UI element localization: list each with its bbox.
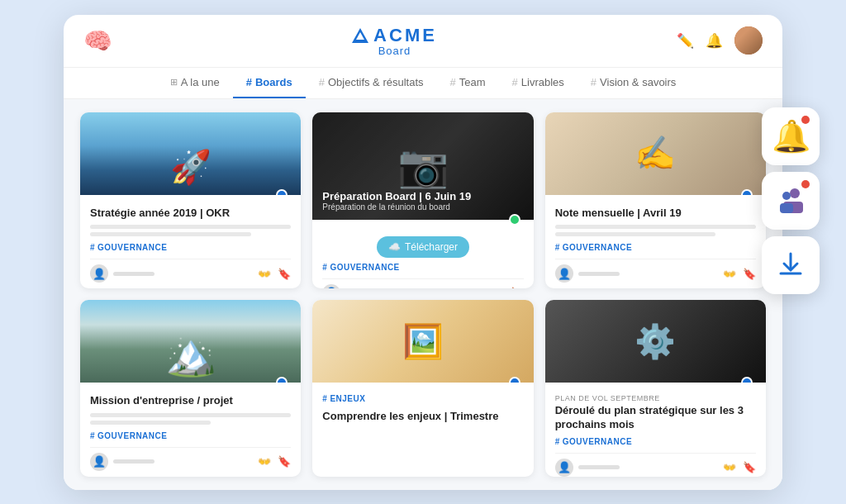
person-icon-4: 👤 <box>93 455 106 468</box>
hash-icon-vision: # <box>591 76 596 88</box>
main-nav: ⊞ A la une # Boards # Objectifs & résult… <box>64 68 782 99</box>
card-footer-actions-2: 👐 🔖 <box>491 287 524 288</box>
user-avatar[interactable] <box>734 26 763 55</box>
like-icon-4[interactable]: 👐 <box>258 455 271 468</box>
sidebar-teams-button[interactable] <box>762 172 820 230</box>
card-tag-gouvernance-4: # GOUVERNANCE <box>90 431 291 440</box>
card-footer-left-6: 👤 <box>555 459 620 477</box>
card-footer-3: 👤 👐 🔖 <box>555 259 756 283</box>
nav-item-a-la-une[interactable]: ⊞ A la une <box>157 68 233 98</box>
nav-label-vision: Vision & savoirs <box>600 76 676 88</box>
plan-de-vol-tag: PLAN DE VOL SEPTEMBRE <box>555 394 756 402</box>
card-footer-6: 👤 👐 🔖 <box>555 453 756 477</box>
card-image-writing <box>545 112 766 195</box>
card-text-lines <box>90 225 291 236</box>
card-status-dot-3 <box>741 189 753 195</box>
card-text-lines-3 <box>555 225 756 236</box>
svg-rect-3 <box>780 203 793 213</box>
card-image-mountains <box>80 300 301 383</box>
card-tag-gouvernance-3: # GOUVERNANCE <box>555 243 756 252</box>
nav-item-vision[interactable]: # Vision & savoirs <box>577 68 689 98</box>
like-icon-3[interactable]: 👐 <box>723 268 736 280</box>
text-line <box>90 232 251 236</box>
nav-item-livrables[interactable]: # Livrables <box>499 68 577 98</box>
download-button[interactable]: ☁️ Télécharger <box>377 236 469 258</box>
card-image-container: Préparation Board | 6 Juin 19 Préparatio… <box>312 112 533 220</box>
like-icon-6[interactable]: 👐 <box>723 461 736 473</box>
bookmark-icon-2[interactable]: 🔖 <box>511 287 524 288</box>
card-image-industrial <box>545 300 766 383</box>
card-footer-left-4: 👤 <box>90 453 154 471</box>
person-icon: 👤 <box>93 268 106 280</box>
card-note-mensuelle: Note mensuelle | Avril 19 # GOUVERNANCE <box>545 112 766 289</box>
logo-center: ACME Board <box>352 25 437 57</box>
brain-icon: 🧠 <box>83 27 112 55</box>
grid-icon: ⊞ <box>170 77 178 88</box>
sidebar-download-button[interactable] <box>762 236 820 294</box>
card-footer-4: 👤 👐 🔖 <box>90 447 291 471</box>
hash-tag-icon: # <box>555 437 560 446</box>
person-icon-6: 👤 <box>558 461 571 473</box>
sidebar-floating-buttons: 🔔 <box>762 107 820 294</box>
notification-bell-icon[interactable]: 🔔 <box>706 32 723 50</box>
card-footer-2: 👤 👐 🔖 <box>322 278 523 289</box>
card-body-mission: Mission d'entreprise / projet # GOUVERNA… <box>80 383 301 477</box>
card-footer: 👤 👐 🔖 <box>90 259 291 283</box>
bookmark-icon-3[interactable]: 🔖 <box>743 268 756 280</box>
person-icon-3: 👤 <box>558 268 571 280</box>
nav-item-objectifs[interactable]: # Objectifs & résultats <box>306 68 437 98</box>
nav-item-team[interactable]: # Team <box>437 68 499 98</box>
nav-label-livrables: Livrables <box>521 76 564 88</box>
card-footer-left: 👤 <box>90 264 154 283</box>
app-title: ACME <box>373 25 437 46</box>
hash-icon-livrables: # <box>512 76 518 88</box>
hash-tag-icon: # <box>555 243 560 252</box>
card-user-avatar-4: 👤 <box>90 453 108 471</box>
card-body-plan: PLAN DE VOL SEPTEMBRE Déroulé du plan st… <box>545 383 766 477</box>
card-tag-gouvernance-2: # GOUVERNANCE <box>322 263 523 272</box>
card-status-dot-green <box>509 214 520 226</box>
card-footer-left-3: 👤 <box>555 264 620 283</box>
edit-icon[interactable]: ✏️ <box>677 32 694 50</box>
text-line <box>90 421 211 425</box>
text-line <box>90 225 291 229</box>
like-icon[interactable]: 👐 <box>258 268 271 280</box>
sidebar-bell-button[interactable]: 🔔 <box>762 107 820 165</box>
hash-icon-team: # <box>450 76 456 88</box>
card-title-mission: Mission d'entreprise / projet <box>90 394 291 408</box>
like-icon-2[interactable]: 👐 <box>491 287 504 288</box>
card-image-art <box>312 300 533 383</box>
hash-tag-icon: # <box>90 243 95 252</box>
card-plan-de-vol: PLAN DE VOL SEPTEMBRE Déroulé du plan st… <box>545 300 766 477</box>
hash-tag-icon: # <box>322 263 327 272</box>
card-status-dot-4 <box>276 377 288 383</box>
teams-icon <box>775 185 806 216</box>
card-title-enjeux: Comprendre les enjeux | Trimestre <box>322 410 523 424</box>
card-text-lines-4 <box>90 413 291 425</box>
card-user-avatar: 👤 <box>90 264 108 283</box>
card-user-avatar-2: 👤 <box>322 284 340 289</box>
card-image-camera: Préparation Board | 6 Juin 19 Préparatio… <box>312 112 533 220</box>
bookmark-icon[interactable]: 🔖 <box>278 268 291 280</box>
card-body-strategie: Stratégie année 2019 | OKR # GOUVERNANCE <box>80 195 301 289</box>
card-body-enjeux: # ENJEUX Comprendre les enjeux | Trimest… <box>312 383 533 477</box>
card-footer-actions-6: 👐 🔖 <box>723 461 756 473</box>
cards-grid: Stratégie année 2019 | OKR # GOUVERNANCE <box>80 112 766 477</box>
cloud-icon: ☁️ <box>388 241 401 253</box>
nav-item-boards[interactable]: # Boards <box>233 68 306 98</box>
board-main: Stratégie année 2019 | OKR # GOUVERNANCE <box>64 99 782 490</box>
card-strategie: Stratégie année 2019 | OKR # GOUVERNANCE <box>80 112 301 289</box>
card-status-dot <box>276 189 288 195</box>
card-status-dot-5 <box>509 377 520 383</box>
nav-label-a-la-une: A la une <box>181 76 220 88</box>
teams-badge <box>801 180 810 188</box>
card-image-rocket <box>80 112 301 195</box>
bookmark-icon-6[interactable]: 🔖 <box>743 461 756 473</box>
card-footer-actions-3: 👐 🔖 <box>723 268 756 280</box>
card-tag-gouvernance-6: # GOUVERNANCE <box>555 437 756 446</box>
card-enjeux: # ENJEUX Comprendre les enjeux | Trimest… <box>312 300 533 477</box>
bookmark-icon-4[interactable]: 🔖 <box>278 455 291 468</box>
card-preparation: Préparation Board | 6 Juin 19 Préparatio… <box>312 112 533 289</box>
card-user-avatar-6: 👤 <box>555 459 573 477</box>
nav-label-boards: Boards <box>255 76 292 88</box>
